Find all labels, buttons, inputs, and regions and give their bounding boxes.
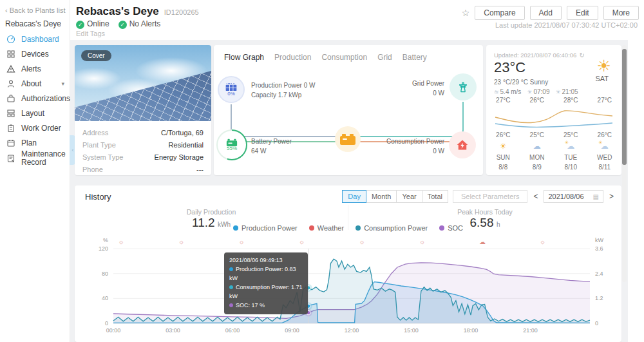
svg-text:☼: ☼: [238, 238, 244, 245]
weather-card: Updated: 2021/08/07 06:40:06 ↻ 23°C ☀ SA…: [486, 45, 621, 175]
check-icon: ✓: [118, 21, 127, 29]
house-bolt-icon: [456, 138, 469, 151]
favorite-star-icon[interactable]: ☆: [462, 8, 470, 18]
prev-date-arrow[interactable]: <: [532, 192, 539, 201]
about-icon: [6, 79, 15, 88]
tab-total[interactable]: Total: [422, 190, 448, 203]
info-row-system-type: System TypeEnergy Storage: [82, 151, 204, 163]
legend-soc[interactable]: SOC: [439, 224, 463, 232]
chart-legend: Production Power Weather Consumption Pow…: [75, 224, 621, 232]
info-row-plant-type: Plant TypeResidential: [82, 138, 204, 151]
date-picker[interactable]: 2021/08/06 ▦: [544, 190, 603, 203]
weather-meta-row: ≋5.4 m/s ☀07:09 ☀21:05: [494, 88, 578, 95]
current-weather-sun-icon: ☀: [597, 57, 611, 75]
tab-grid[interactable]: Grid: [377, 53, 392, 62]
tab-month[interactable]: Month: [366, 190, 397, 203]
refresh-icon[interactable]: ↻: [579, 52, 584, 59]
forecast-icons-row: ☀ ☁ ☀☁ ☀☁: [486, 142, 621, 151]
wind-icon: ≋: [494, 89, 499, 95]
legend-dot-icon: [439, 225, 444, 231]
more-button[interactable]: More: [603, 6, 639, 20]
last-update-text: Last update 2021/08/07 07:30:42 UTC+02:0…: [495, 21, 638, 29]
svg-text:☼: ☼: [359, 238, 365, 245]
edit-button[interactable]: Edit: [567, 6, 598, 20]
svg-text:00:00: 00:00: [106, 327, 121, 334]
svg-text:120: 120: [99, 245, 108, 252]
forecast-temp-curves: [491, 107, 616, 130]
sidebar-item-dashboard[interactable]: Dashboard: [0, 32, 70, 46]
sunrise-icon: ☀: [527, 89, 532, 95]
forecast-days-row: SUNMON TUEWED: [486, 154, 621, 161]
sidebar-item-layout[interactable]: Layout: [0, 106, 70, 120]
svg-text:12:00: 12:00: [345, 327, 359, 334]
sidebar-divider: [70, 0, 70, 342]
back-to-plants-link[interactable]: ‹ Back to Plants list: [5, 6, 66, 14]
tab-battery[interactable]: Battery: [402, 53, 427, 62]
plan-icon: [6, 138, 15, 147]
svg-text:09:00: 09:00: [285, 327, 299, 334]
weather-updated: Updated: 2021/08/07 06:40:06 ↻: [494, 52, 584, 59]
forecast-weather-icon: ☀☁: [567, 142, 574, 151]
tab-flow-graph[interactable]: Flow Graph: [224, 53, 264, 62]
history-title: History: [85, 192, 111, 202]
tab-production[interactable]: Production: [274, 53, 311, 62]
sidebar-item-alerts[interactable]: Alerts: [0, 62, 70, 76]
svg-text:☼: ☼: [178, 238, 184, 245]
svg-text:0: 0: [105, 320, 108, 327]
legend-dot-icon: [233, 225, 238, 231]
tab-year[interactable]: Year: [396, 190, 422, 203]
flow-tabs: Flow Graph Production Consumption Grid B…: [214, 45, 483, 62]
maintenance-record-icon: [6, 154, 15, 163]
tab-consumption[interactable]: Consumption: [321, 53, 367, 62]
legend-production[interactable]: Production Power: [233, 224, 298, 232]
collapse-icon: ‹: [72, 147, 74, 153]
legend-dot-icon: [309, 225, 314, 231]
add-button[interactable]: Add: [530, 6, 562, 20]
current-temperature: 23°C: [494, 59, 526, 76]
svg-text:06:00: 06:00: [225, 327, 240, 334]
select-parameters-dropdown[interactable]: Select Parameters: [453, 190, 527, 203]
battery-node: 55%: [218, 131, 245, 158]
consumption-label: Consumption Power0 W: [380, 137, 444, 156]
svg-text:1.2: 1.2: [595, 295, 603, 301]
sidebar-item-devices[interactable]: Devices: [0, 47, 70, 61]
info-row-address: AddressC/Tortuga, 69: [82, 126, 204, 138]
next-date-arrow[interactable]: >: [608, 192, 615, 201]
plant-cover-image: Cover: [75, 45, 211, 121]
sidebar-item-work-order[interactable]: Work Order: [0, 121, 70, 135]
history-controls: Day Month Year Total Select Parameters <…: [343, 190, 615, 203]
dashboard-icon: [6, 35, 15, 44]
back-icon: ‹: [5, 6, 8, 14]
svg-text:80: 80: [102, 271, 108, 277]
status-row: ✓Online ✓No Alerts: [76, 19, 160, 29]
compare-button[interactable]: Compare: [475, 6, 524, 20]
cover-badge: Cover: [81, 50, 111, 61]
forecast-weather-icon: ☁: [533, 142, 541, 151]
forecast-lows-row: 26°C25°C 25°C26°C: [486, 131, 621, 138]
sidebar-item-plan[interactable]: Plan: [0, 136, 70, 150]
production-node: 0%: [218, 76, 245, 103]
edit-tags-link[interactable]: Edit Tags: [76, 30, 105, 37]
sidebar-item-about[interactable]: About ▾: [0, 77, 70, 91]
page-scrollbar-thumb[interactable]: [622, 49, 627, 165]
cover-card: Cover AddressC/Tortuga, 69 Plant TypeRes…: [75, 45, 211, 175]
svg-text:kW: kW: [595, 237, 604, 243]
svg-text:3.6: 3.6: [595, 245, 603, 252]
history-card: History Day Month Year Total Select Para…: [75, 185, 621, 342]
forecast-weather-icon: ☀☁: [601, 142, 609, 151]
check-icon: ✓: [76, 21, 84, 29]
about-caret-icon: ▾: [61, 81, 64, 87]
history-chart[interactable]: 0408012001.22.43.6%kW00:0003:0006:0009:0…: [75, 232, 621, 338]
status-alerts-badge: ✓No Alerts: [118, 19, 161, 29]
tab-day[interactable]: Day: [342, 190, 366, 203]
legend-consumption[interactable]: Consumption Power: [355, 224, 428, 232]
sidebar-item-authorizations[interactable]: Authorizations: [0, 91, 70, 106]
svg-text:15:00: 15:00: [404, 327, 419, 334]
svg-text:%: %: [103, 237, 108, 243]
legend-weather[interactable]: Weather: [309, 224, 344, 232]
svg-text:☼: ☼: [118, 238, 124, 245]
sidebar-item-maintenance-record[interactable]: Maintenance Record: [0, 149, 70, 167]
svg-text:21:00: 21:00: [523, 327, 538, 334]
legend-dot-icon: [355, 225, 361, 231]
svg-text:03:00: 03:00: [166, 327, 180, 334]
